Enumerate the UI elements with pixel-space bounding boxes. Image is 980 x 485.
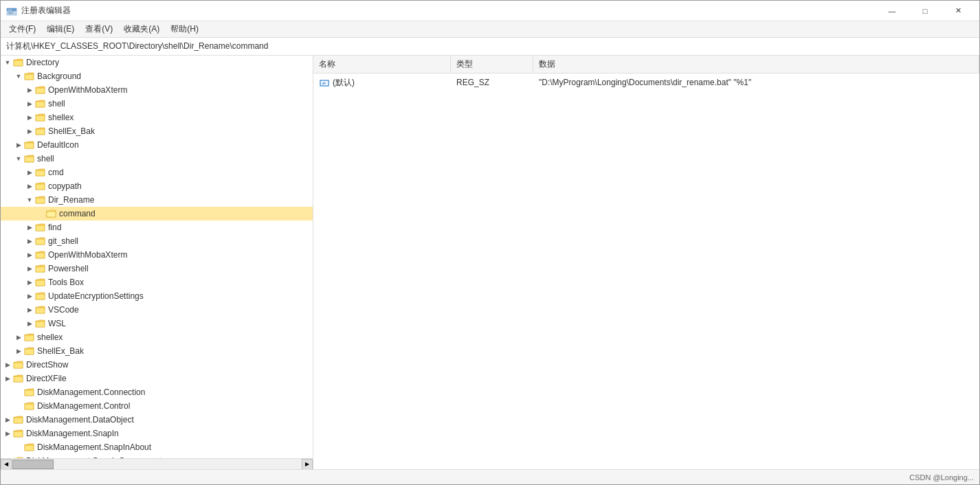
tree-item-command[interactable]: ▶ command xyxy=(1,207,313,221)
tree-label-toolsbox: Tools Box xyxy=(48,278,84,287)
scroll-track[interactable] xyxy=(12,459,302,470)
expander-dir_rename: ▼ xyxy=(24,194,35,205)
tree-label-git_shell: git_shell xyxy=(48,236,78,246)
tree-item-vscode[interactable]: ▶ VSCode xyxy=(1,303,313,317)
tree-label-vscode: VSCode xyxy=(48,305,79,315)
detail-header: 名称 类型 数据 xyxy=(313,56,979,74)
tree-label-disk-control: DiskManagement.Control xyxy=(37,401,130,411)
folder-icon-directory xyxy=(13,57,24,68)
window-title: 注册表编辑器 xyxy=(21,5,71,16)
expander-copypath: ▶ xyxy=(24,181,35,192)
tree-item-shellex2[interactable]: ▶ shellex xyxy=(1,330,313,344)
minimize-button[interactable]: — xyxy=(876,1,908,21)
tree-item-defaulticon[interactable]: ▶ DefaultIcon xyxy=(1,138,313,152)
tree-item-shell1[interactable]: ▶ shell xyxy=(1,97,313,111)
expander-shellex1: ▶ xyxy=(24,112,35,123)
detail-cell-name: ab (默认) xyxy=(319,77,456,89)
tree-item-dir_rename[interactable]: ▼ Dir_Rename xyxy=(1,193,313,207)
tree-item-disk-snapinabout[interactable]: ▶ DiskManagement.SnapInAbout xyxy=(1,440,313,454)
tree-item-shell[interactable]: ▼ shell xyxy=(1,152,313,166)
menu-favorites[interactable]: 收藏夹(A) xyxy=(118,22,165,36)
tree-item-directshow[interactable]: ▶ DirectShow xyxy=(1,358,313,372)
close-button[interactable]: ✕ xyxy=(942,1,974,21)
col-type-label: 类型 xyxy=(456,58,473,70)
tree-item-copypath[interactable]: ▶ copypath xyxy=(1,179,313,193)
tree-item-shellex_bak1[interactable]: ▶ ShellEx_Bak xyxy=(1,124,313,138)
tree-item-powershell[interactable]: ▶ Powershell xyxy=(1,262,313,275)
window-controls: — □ ✕ xyxy=(876,1,974,21)
svg-rect-3 xyxy=(10,10,12,10)
folder-icon-directxfile xyxy=(13,373,24,384)
tree-item-updateencryption[interactable]: ▶ UpdateEncryptionSettings xyxy=(1,289,313,303)
tree-item-shellex_bak2[interactable]: ▶ ShellEx_Bak xyxy=(1,344,313,358)
detail-cell-type: REG_SZ xyxy=(456,78,539,87)
col-header-data[interactable]: 数据 xyxy=(533,56,979,73)
tree-label-defaulticon: DefaultIcon xyxy=(37,140,79,150)
folder-icon-defaulticon xyxy=(24,139,35,150)
detail-panel: 名称 类型 数据 ab xyxy=(313,56,979,469)
expander-directory: ▼ xyxy=(2,57,13,68)
tree-label-find: find xyxy=(48,223,61,232)
detail-row-default[interactable]: ab (默认) REG_SZ "D:\MyProgram\Longing\Doc… xyxy=(313,75,979,90)
scroll-left-button[interactable]: ◀ xyxy=(1,459,12,470)
tree-label-copypath: copypath xyxy=(48,181,82,191)
scroll-thumb[interactable] xyxy=(12,460,54,469)
tree-item-openwithmobaxterm1[interactable]: ▶ OpenWithMobaXterm xyxy=(1,83,313,97)
tree-label-powershell: Powershell xyxy=(48,264,89,273)
folder-icon-disk-control xyxy=(24,401,35,411)
menu-help[interactable]: 帮助(H) xyxy=(165,22,204,36)
svg-rect-4 xyxy=(8,12,14,12)
tree-item-directory[interactable]: ▼ Directory xyxy=(1,56,313,69)
menu-view[interactable]: 查看(V) xyxy=(80,22,118,36)
folder-icon-shellex_bak1 xyxy=(35,126,46,137)
tree-item-shellex1[interactable]: ▶ shellex xyxy=(1,111,313,124)
tree-label-disk-snapin: DiskManagement.SnapIn xyxy=(26,429,119,438)
menu-bar: 文件(F) 编辑(E) 查看(V) 收藏夹(A) 帮助(H) xyxy=(1,21,979,38)
folder-icon-powershell xyxy=(35,263,46,274)
scroll-right-button[interactable]: ▶ xyxy=(302,459,313,470)
tree-label-updateencryption: UpdateEncryptionSettings xyxy=(48,291,144,301)
folder-icon-git_shell xyxy=(35,236,46,247)
tree-label-shellex_bak1: ShellEx_Bak xyxy=(48,126,95,136)
tree-item-disk-snapin[interactable]: ▶ DiskManagement.SnapIn xyxy=(1,427,313,440)
regedit-window: 注册表编辑器 — □ ✕ 文件(F) 编辑(E) 查看(V) 收藏夹(A) 帮助… xyxy=(0,0,980,485)
tree-item-disk-connection[interactable]: ▶ DiskManagement.Connection xyxy=(1,385,313,399)
expander-directxfile: ▶ xyxy=(2,373,13,384)
tree-item-git_shell[interactable]: ▶ git_shell xyxy=(1,234,313,248)
expander-git_shell: ▶ xyxy=(24,236,35,247)
tree-label-shellex1: shellex xyxy=(48,113,74,122)
tree-label-wsl: WSL xyxy=(48,319,66,328)
expander-shellex_bak2: ▶ xyxy=(13,346,24,357)
col-data-label: 数据 xyxy=(539,58,555,70)
folder-icon-owm2 xyxy=(35,249,46,260)
col-header-name[interactable]: 名称 xyxy=(313,56,451,73)
folder-icon-copypath xyxy=(35,181,46,192)
expander-updateencryption: ▶ xyxy=(24,291,35,302)
tree-label-disk-connection: DiskManagement.Connection xyxy=(37,387,145,397)
tree-label-shell: shell xyxy=(37,154,54,163)
tree-item-cmd[interactable]: ▶ cmd xyxy=(1,166,313,179)
expander-cmd: ▶ xyxy=(24,167,35,178)
tree-scroll[interactable]: ▼ Directory ▼ Background ▶ xyxy=(1,56,313,458)
folder-icon-shell1 xyxy=(35,98,46,109)
tree-item-toolsbox[interactable]: ▶ Tools Box xyxy=(1,275,313,289)
expander-find: ▶ xyxy=(24,222,35,233)
tree-item-find[interactable]: ▶ find xyxy=(1,221,313,234)
tree-item-wsl[interactable]: ▶ WSL xyxy=(1,317,313,330)
maximize-button[interactable]: □ xyxy=(909,1,941,21)
tree-item-directxfile[interactable]: ▶ DirectXFile xyxy=(1,372,313,385)
menu-file[interactable]: 文件(F) xyxy=(3,22,41,36)
tree-label-command: command xyxy=(59,209,96,218)
tree-item-background[interactable]: ▼ Background xyxy=(1,69,313,83)
tree-scrollbar-horizontal[interactable]: ◀ ▶ xyxy=(1,458,313,469)
col-name-label: 名称 xyxy=(319,58,335,70)
expander-powershell: ▶ xyxy=(24,263,35,274)
tree-item-disk-control[interactable]: ▶ DiskManagement.Control xyxy=(1,399,313,413)
tree-item-disk-dataobject[interactable]: ▶ DiskManagement.DataObject xyxy=(1,413,313,427)
col-header-type[interactable]: 类型 xyxy=(451,56,533,73)
svg-text:ab: ab xyxy=(322,80,326,86)
address-text: 计算机\HKEY_CLASSES_ROOT\Directory\shell\Di… xyxy=(6,41,268,52)
expander-directshow: ▶ xyxy=(2,359,13,370)
menu-edit[interactable]: 编辑(E) xyxy=(41,22,80,36)
tree-item-owm2[interactable]: ▶ OpenWithMobaXterm xyxy=(1,248,313,262)
